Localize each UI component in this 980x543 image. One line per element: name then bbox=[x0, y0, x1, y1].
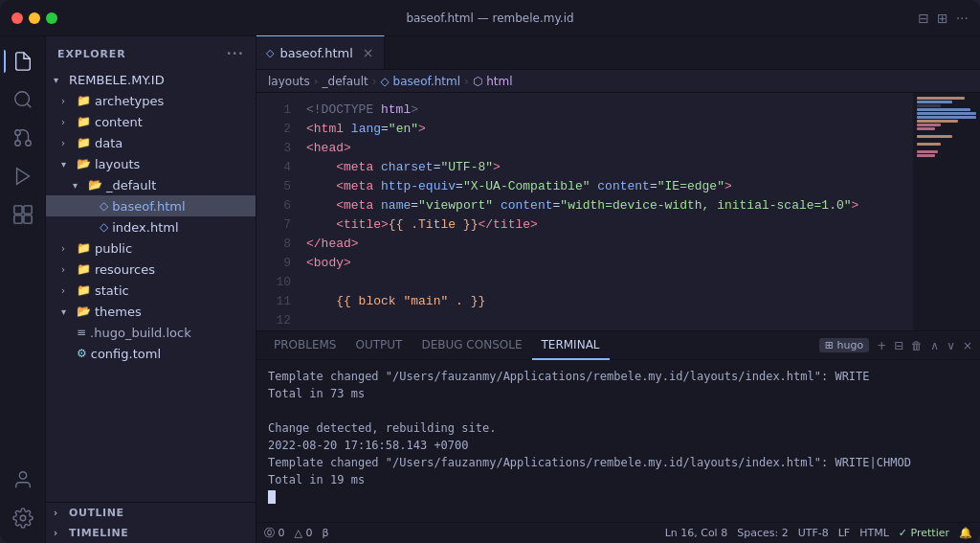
split-terminal-icon[interactable]: ⊟ bbox=[894, 339, 903, 352]
timeline-section[interactable]: TIMELINE bbox=[46, 523, 256, 543]
terminal-cursor bbox=[268, 490, 276, 504]
folder-icon: 📁 bbox=[77, 115, 91, 128]
activity-bar bbox=[0, 36, 46, 543]
breadcrumb-html[interactable]: ⬡ html bbox=[473, 75, 513, 88]
code-line-6: <meta name="viewport" content="width=dev… bbox=[306, 196, 913, 215]
line-ending[interactable]: LF bbox=[838, 527, 850, 539]
files-icon[interactable] bbox=[6, 44, 40, 79]
public-chevron bbox=[61, 243, 73, 254]
sidebar-item-content[interactable]: 📁 content bbox=[46, 111, 256, 132]
sidebar-item-themes[interactable]: 📂 themes bbox=[46, 301, 256, 322]
error-count[interactable]: ⓪ 0 bbox=[264, 526, 285, 540]
code-line-1: <!DOCTYPE html> bbox=[306, 101, 913, 120]
language-mode[interactable]: HTML bbox=[859, 527, 889, 539]
sidebar-item-baseof[interactable]: ◇ baseof.html bbox=[46, 195, 256, 216]
html-file-icon: ◇ bbox=[100, 220, 108, 234]
code-line-11: {{ block "main" . }} bbox=[306, 292, 913, 311]
static-label: static bbox=[95, 283, 129, 298]
sidebar-header: Explorer ··· bbox=[46, 36, 256, 67]
settings-icon[interactable] bbox=[6, 501, 40, 535]
run-debug-icon[interactable] bbox=[6, 159, 40, 193]
search-icon[interactable] bbox=[6, 82, 40, 117]
minimap-line bbox=[917, 120, 958, 123]
public-label: public bbox=[95, 241, 132, 256]
notification-icon[interactable]: 🔔 bbox=[959, 527, 972, 539]
close-panel-icon[interactable]: × bbox=[963, 339, 972, 352]
minimap-line bbox=[917, 97, 965, 100]
code-content[interactable]: <!DOCTYPE html> <html lang="en"> <head> … bbox=[299, 93, 913, 330]
minimap-line bbox=[917, 127, 935, 130]
hugo-badge: ⊞ hugo bbox=[819, 338, 869, 352]
tab-output[interactable]: OUTPUT bbox=[346, 331, 412, 360]
minimize-button[interactable] bbox=[29, 12, 40, 24]
source-control-icon[interactable] bbox=[6, 121, 40, 155]
expand-panel-icon[interactable]: ∨ bbox=[947, 339, 955, 352]
code-line-10 bbox=[306, 273, 913, 292]
sidebar-item-config[interactable]: ⚙ config.toml bbox=[46, 343, 256, 364]
sidebar-item-public[interactable]: 📁 public bbox=[46, 238, 256, 259]
status-bar: ⓪ 0 △ 0 β Ln 16, Col 8 Spaces: 2 UTF-8 L… bbox=[256, 522, 980, 543]
sidebar-item-static[interactable]: 📁 static bbox=[46, 280, 256, 301]
maximize-button[interactable] bbox=[46, 12, 57, 24]
sidebar-item-default[interactable]: 📂 _default bbox=[46, 174, 256, 195]
svg-rect-7 bbox=[13, 206, 21, 214]
encoding[interactable]: UTF-8 bbox=[798, 527, 829, 539]
root-chevron bbox=[54, 75, 65, 85]
sidebar-item-hugo-lock[interactable]: ≡ .hugo_build.lock bbox=[46, 322, 256, 343]
code-line-8: </head> bbox=[306, 235, 913, 254]
warning-count[interactable]: △ 0 bbox=[295, 527, 313, 539]
minimap-line bbox=[917, 108, 970, 111]
more-actions-icon[interactable]: ··· bbox=[956, 11, 969, 26]
sidebar-item-index[interactable]: ◇ index.html bbox=[46, 216, 256, 238]
tab-baseof[interactable]: ◇ baseof.html × bbox=[256, 35, 385, 69]
folder-open-icon: 📂 bbox=[77, 305, 91, 318]
sidebar-item-resources[interactable]: 📁 resources bbox=[46, 259, 256, 280]
prettier-status[interactable]: ✓ Prettier bbox=[899, 527, 949, 539]
sidebar-header-icons[interactable]: ··· bbox=[226, 46, 244, 61]
folder-icon: 📁 bbox=[77, 94, 91, 107]
editor-layout-icon[interactable]: ⊟ bbox=[918, 11, 929, 26]
root-label: REMBELE.MY.ID bbox=[69, 73, 165, 87]
terminal-content[interactable]: Template changed "/Users/fauzanmy/Applic… bbox=[256, 360, 980, 522]
resources-chevron bbox=[61, 264, 73, 275]
line-numbers: 12345 678910 1112131415 16 bbox=[256, 93, 299, 330]
breadcrumb-layouts[interactable]: layouts bbox=[268, 75, 310, 88]
breadcrumb-default[interactable]: _default bbox=[323, 75, 368, 88]
explorer-title: Explorer bbox=[57, 48, 126, 60]
code-line-7: <title>{{ .Title }}</title> bbox=[306, 215, 913, 235]
close-button[interactable] bbox=[11, 12, 23, 24]
tab-label: baseof.html bbox=[279, 46, 352, 60]
lock-file-icon: ≡ bbox=[77, 326, 86, 339]
tab-debug-console[interactable]: DEBUG CONSOLE bbox=[412, 331, 531, 360]
outline-section[interactable]: OUTLINE bbox=[46, 503, 256, 523]
panel-tabs: PROBLEMS OUTPUT DEBUG CONSOLE TERMINAL ⊞… bbox=[256, 331, 980, 360]
extensions-icon[interactable] bbox=[6, 197, 40, 232]
editor-main: 12345 678910 1112131415 16 <!DOCTYPE htm… bbox=[256, 93, 980, 330]
sidebar-content: REMBELE.MY.ID 📁 archetypes 📁 content 📁 d… bbox=[46, 67, 256, 502]
sidebar-item-layouts[interactable]: 📂 layouts bbox=[46, 153, 256, 174]
svg-point-4 bbox=[14, 141, 20, 147]
cursor-position[interactable]: Ln 16, Col 8 bbox=[665, 527, 728, 539]
terminal-line: Total in 73 ms bbox=[268, 385, 969, 402]
code-editor[interactable]: 12345 678910 1112131415 16 <!DOCTYPE htm… bbox=[256, 93, 913, 330]
split-editor-icon[interactable]: ⊞ bbox=[937, 11, 948, 26]
config-label: config.toml bbox=[91, 347, 161, 361]
tab-problems[interactable]: PROBLEMS bbox=[264, 331, 346, 360]
breadcrumb-baseof[interactable]: ◇ baseof.html bbox=[381, 75, 461, 88]
terminal-line: Change detected, rebuilding site. bbox=[268, 419, 969, 437]
account-icon[interactable] bbox=[6, 463, 40, 497]
tab-close-button[interactable]: × bbox=[363, 45, 374, 60]
sidebar-item-data[interactable]: 📁 data bbox=[46, 132, 256, 153]
add-terminal-icon[interactable]: + bbox=[877, 339, 886, 352]
indentation[interactable]: Spaces: 2 bbox=[737, 527, 788, 539]
data-label: data bbox=[95, 136, 122, 150]
traffic-lights bbox=[11, 12, 57, 24]
collapse-panel-icon[interactable]: ∧ bbox=[930, 339, 939, 352]
tab-terminal[interactable]: TERMINAL bbox=[532, 331, 610, 360]
activity-bar-bottom bbox=[6, 463, 40, 535]
root-folder[interactable]: REMBELE.MY.ID bbox=[46, 69, 256, 90]
sidebar-item-archetypes[interactable]: 📁 archetypes bbox=[46, 90, 256, 111]
delete-terminal-icon[interactable]: 🗑 bbox=[911, 339, 923, 352]
folder-icon: 📁 bbox=[77, 241, 91, 255]
default-label: _default bbox=[106, 178, 156, 192]
